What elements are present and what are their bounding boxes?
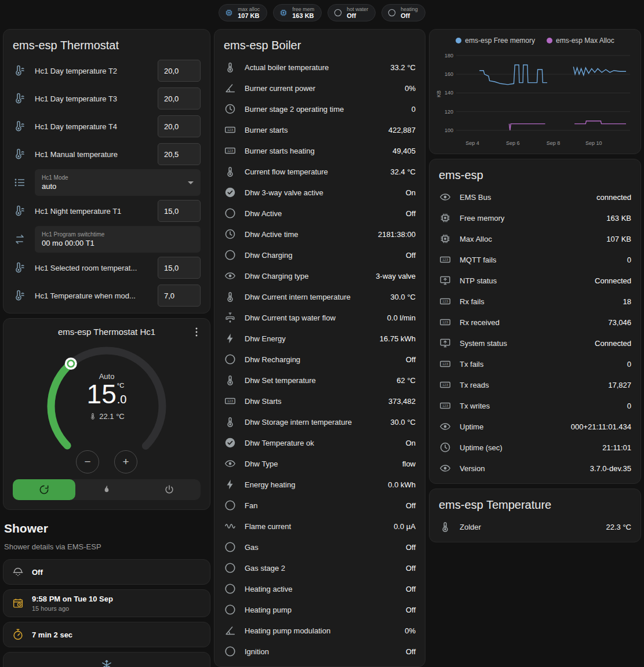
entity-row[interactable]: Dhw Type flow	[214, 453, 425, 474]
entity-row[interactable]: Burner current power 0%	[214, 78, 425, 99]
entity-value: 163 KB	[606, 214, 631, 223]
thermostat-dial[interactable]: Auto 15 °C .0 22.1 °C − +	[39, 339, 174, 473]
entity-row[interactable]: Gas Off	[214, 537, 425, 557]
entity-name: Dhw Temperature ok	[245, 439, 401, 447]
target-temp-whole: 15	[87, 382, 117, 407]
entity-name: Gas stage 2	[245, 564, 401, 573]
entity-row[interactable]: 123 Tx reads 17,827	[430, 374, 641, 395]
entity-row[interactable]: Dhw Current intern temperature 30.0 °C	[214, 286, 425, 307]
entity-row[interactable]: Uptime (sec) 21:11:01	[430, 437, 641, 458]
entity-row[interactable]: Current flow temperature 32.4 °C	[214, 161, 425, 182]
entity-row[interactable]: Dhw Set temperature 62 °C	[214, 370, 425, 391]
chip-text: free mem 163 KB	[292, 6, 314, 20]
dots-icon[interactable]	[190, 326, 203, 338]
entity-row[interactable]: Dhw Storage intern temperature 30.0 °C	[214, 411, 425, 432]
entity-row[interactable]: Version 3.7.0-dev.35	[430, 458, 641, 479]
eye-icon	[439, 420, 452, 433]
entity-row[interactable]: 123 Burner starts 422,887	[214, 119, 425, 140]
number-input[interactable]: 15,0	[158, 257, 201, 279]
entity-value: Off	[406, 585, 416, 593]
entity-value: 32.4 °C	[390, 167, 416, 176]
entity-row[interactable]: Dhw Charging type 3-way valve	[214, 265, 425, 286]
entity-row[interactable]: System status Connected	[430, 333, 641, 353]
mode-heat-button[interactable]	[75, 479, 138, 500]
entity-row[interactable]: Gas stage 2 Off	[214, 557, 425, 578]
entity-row[interactable]: Dhw Energy 16.75 kWh	[214, 328, 425, 349]
circle-icon	[224, 645, 237, 658]
increase-temp-button[interactable]: +	[114, 450, 137, 473]
entity-row[interactable]: Uptime 000+21:11:01.434	[430, 416, 641, 437]
mode-off-button[interactable]	[138, 479, 201, 500]
entity-row[interactable]: Energy heating 0.0 kWh	[214, 474, 425, 495]
shower-duration-tile[interactable]: 7 min 2 sec	[3, 622, 210, 647]
entity-row[interactable]: Burner stage 2 operating time 0	[214, 99, 425, 119]
entity-row[interactable]: Dhw Active time 2181:38:00	[214, 224, 425, 245]
entity-name: Free memory	[460, 214, 602, 223]
entity-row[interactable]: 123 Tx fails 0	[430, 353, 641, 374]
status-chip[interactable]: max alloc 107 KB	[219, 4, 267, 21]
entity-row[interactable]: Ignition Off	[214, 641, 425, 662]
entity-row[interactable]: Dhw 3-way valve active On	[214, 182, 425, 203]
entity-row[interactable]: Max Alloc 107 KB	[430, 228, 641, 249]
entity-value: 30.0 °C	[390, 418, 416, 427]
entity-value: Off	[406, 209, 416, 218]
circle-icon	[224, 207, 237, 220]
entity-value: 49,405	[392, 147, 416, 155]
entity-row[interactable]: Heating pump Off	[214, 599, 425, 620]
mode-auto-button[interactable]	[13, 479, 75, 500]
status-chip[interactable]: free mem 163 KB	[273, 4, 322, 21]
legend-item[interactable]: ems-esp Max Alloc	[547, 37, 614, 45]
entity-name: Ignition	[245, 647, 401, 656]
entity-name: Uptime (sec)	[460, 443, 598, 452]
entity-row[interactable]: Dhw Temperature ok On	[214, 432, 425, 453]
entity-row[interactable]: 123 Dhw Starts 373,482	[214, 391, 425, 411]
entity-name: Burner current power	[245, 84, 400, 93]
entity-row[interactable]: Dhw Charging Off	[214, 245, 425, 265]
decrease-temp-button[interactable]: −	[76, 450, 99, 473]
status-toolbar: max alloc 107 KB free mem 163 KB hot wat…	[0, 0, 644, 25]
eye-icon	[224, 457, 237, 470]
entity-row[interactable]: Heating active Off	[214, 578, 425, 599]
chip-icon	[439, 212, 452, 224]
status-chip[interactable]: hot water Off	[328, 4, 376, 21]
left-column: ems-esp Thermostat Hc1 Day temperature T…	[3, 29, 210, 667]
mode-select[interactable]: Hc1 Mode auto	[35, 169, 201, 196]
number-input[interactable]: 15,0	[158, 200, 201, 222]
chip-group: max alloc 107 KB free mem 163 KB hot wat…	[219, 4, 425, 21]
entity-value: On	[406, 439, 416, 447]
entity-row[interactable]: Heating pump modulation 0%	[214, 620, 425, 641]
shower-timestamp-tile[interactable]: 9:58 PM on Tue 10 Sep 15 hours ago	[3, 589, 210, 617]
program-switchtime-input[interactable]: Hc1 Program switchtime 00 mo 00:00 T1	[35, 226, 201, 253]
entity-row[interactable]: Dhw Current tap water flow 0.0 l/min	[214, 307, 425, 328]
entity-row[interactable]: 123 MQTT fails 0	[430, 249, 641, 270]
entity-row[interactable]: 123 Rx fails 18	[430, 291, 641, 312]
boiler-entity-list: Actual boiler temperature 33.2 °C Burner…	[214, 57, 425, 666]
number-input[interactable]: 20,0	[158, 60, 201, 82]
entity-row[interactable]: 123 Burner starts heating 49,405	[214, 140, 425, 161]
temp-unit: °C	[117, 382, 127, 389]
entity-row[interactable]: Fan Off	[214, 495, 425, 516]
entity-row[interactable]: NTP status Connected	[430, 270, 641, 291]
number-input[interactable]: 20,0	[158, 115, 201, 137]
legend-item[interactable]: ems-esp Free memory	[456, 37, 535, 45]
number-input[interactable]: 20,5	[158, 143, 201, 165]
entity-row[interactable]: 123 Tx writes 0	[430, 395, 641, 416]
entity-row[interactable]: Flame current 0.0 µA	[214, 516, 425, 537]
preheating-tile[interactable]	[3, 652, 210, 667]
entity-value: 422,887	[388, 126, 416, 134]
chip-label: free mem	[292, 6, 314, 12]
entity-row[interactable]: Dhw Active Off	[214, 203, 425, 224]
entity-row[interactable]: Dhw Recharging Off	[214, 349, 425, 370]
svg-text:123: 123	[442, 362, 449, 366]
number-input[interactable]: 20,0	[158, 88, 201, 110]
entity-row[interactable]: Actual boiler temperature 33.2 °C	[214, 57, 425, 78]
shower-state-tile[interactable]: Off	[3, 559, 210, 585]
entity-value: 73,046	[608, 318, 631, 327]
status-chip[interactable]: heating Off	[381, 4, 425, 21]
entity-row[interactable]: EMS Bus connected	[430, 187, 641, 207]
number-input[interactable]: 7,0	[158, 285, 201, 307]
entity-name: Dhw Current tap water flow	[245, 314, 383, 322]
entity-row[interactable]: Free memory 163 KB	[430, 207, 641, 228]
entity-row[interactable]: Zolder 22.3 °C	[430, 516, 641, 537]
entity-row[interactable]: 123 Rx received 73,046	[430, 312, 641, 333]
